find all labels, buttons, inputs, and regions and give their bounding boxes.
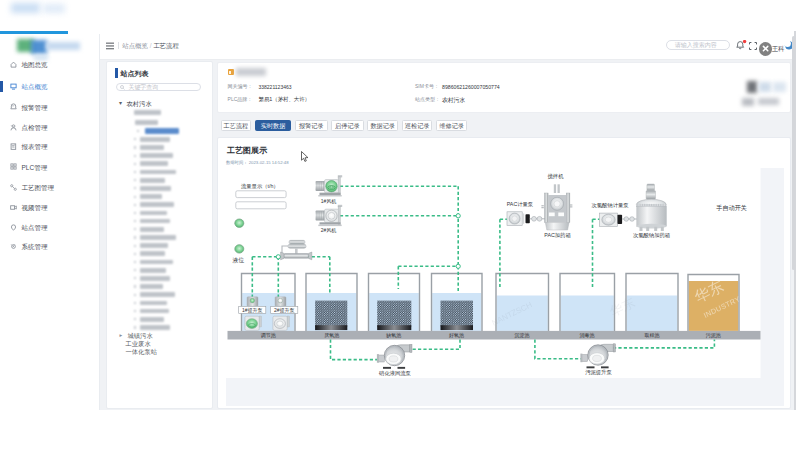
svg-text:沉淀池: 沉淀池 <box>514 332 529 339</box>
svg-text:消毒池: 消毒池 <box>579 332 594 339</box>
svg-text:流量显示（t/h）: 流量显示（t/h） <box>241 183 279 190</box>
svg-text:2#风机: 2#风机 <box>320 227 336 233</box>
svg-text:污泥提升泵: 污泥提升泵 <box>585 369 612 376</box>
svg-text:手自动开关: 手自动开关 <box>716 204 747 212</box>
svg-text:厌氧池: 厌氧池 <box>324 332 339 339</box>
svg-text:好氧池: 好氧池 <box>449 332 464 339</box>
svg-text:搅拌机: 搅拌机 <box>547 173 564 180</box>
svg-text:调节池: 调节池 <box>260 332 275 339</box>
svg-text:次氯酸钠加药箱: 次氯酸钠加药箱 <box>632 232 669 239</box>
svg-text:硝化液回流泵: 硝化液回流泵 <box>378 370 411 377</box>
svg-text:污泥池: 污泥池 <box>705 332 720 339</box>
svg-text:PAC计量泵: PAC计量泵 <box>506 201 533 207</box>
svg-text:取样池: 取样池 <box>644 332 659 339</box>
svg-text:缺氧池: 缺氧池 <box>386 332 401 339</box>
svg-text:1#提升泵: 1#提升泵 <box>241 307 262 314</box>
svg-text:次氯酸钠计量泵: 次氯酸钠计量泵 <box>591 202 629 209</box>
svg-text:1#风机: 1#风机 <box>320 198 336 204</box>
svg-text:液位: 液位 <box>232 257 244 264</box>
svg-text:PAC加药箱: PAC加药箱 <box>544 232 570 239</box>
svg-text:2#提升泵: 2#提升泵 <box>273 307 294 314</box>
